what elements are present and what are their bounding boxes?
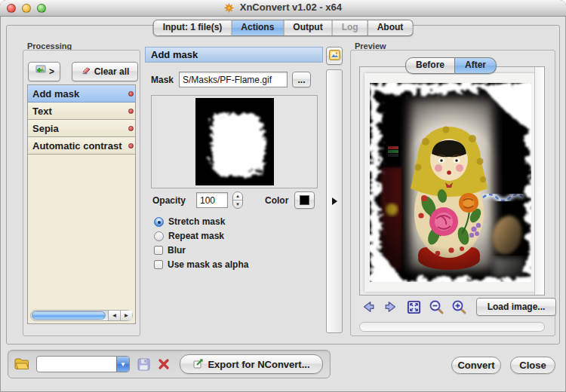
script-combobox[interactable]: ▼ [36,356,130,372]
arrow-left-icon [361,299,376,314]
mask-preview-frame [151,95,318,188]
stepper-down-button[interactable]: ▼ [233,201,242,208]
option-stretch-mask[interactable]: Stretch mask [154,216,225,228]
remove-action-icon[interactable] [128,126,134,131]
chevron-right-icon [332,198,337,205]
color-label: Color [265,195,288,206]
main-tab-bar: Input: 1 file(s) Actions Output Log Abou… [153,20,414,36]
delete-script-button[interactable] [158,358,170,370]
preview-scroll-area[interactable] [359,66,545,296]
tab-input[interactable]: Input: 1 file(s) [153,20,232,36]
preview-image-after [370,83,531,282]
before-after-tabs: Before After [405,57,497,74]
remove-action-icon[interactable] [128,143,134,149]
eraser-icon [81,66,91,78]
open-script-button[interactable] [14,358,29,370]
radio-repeat-mask[interactable] [154,231,164,241]
title-bar: XnConvert v1.02 - x64 [0,0,566,17]
next-image-button[interactable] [383,299,399,315]
load-image-button[interactable]: Load image... [476,298,556,316]
action-panel-title: Add mask [151,49,198,60]
show-image-button[interactable] [326,47,343,65]
option-label: Stretch mask [168,216,225,227]
mask-path-input[interactable] [179,72,288,87]
list-item-sepia[interactable]: Sepia [28,120,135,137]
fit-to-window-button[interactable] [405,299,422,315]
picture-icon [329,50,340,63]
color-well[interactable] [294,191,315,209]
list-horizontal-scrollbar[interactable]: ◄ ► [30,310,133,321]
checkbox-use-mask-as-alpha[interactable] [154,260,163,269]
checkbox-blur[interactable] [154,246,163,255]
processing-list: Add mask Text Sepia Automatic contrast ◄… [27,84,136,324]
add-action-button[interactable]: > [28,62,60,81]
save-icon [137,358,150,371]
zoom-out-button[interactable] [428,299,444,315]
add-action-label: > [49,66,54,77]
export-icon [192,357,205,372]
preview-image-matte [365,73,536,292]
scroll-left-button[interactable]: ◄ [108,311,120,320]
convert-label: Convert [457,360,494,371]
convert-button[interactable]: Convert [451,357,501,374]
mask-label: Mask [151,75,174,85]
scroll-right-button[interactable]: ► [120,311,132,320]
tab-output[interactable]: Output [284,20,332,36]
tab-after[interactable]: After [455,57,497,74]
arrow-right-icon [383,299,398,314]
zoom-in-button[interactable] [451,299,467,315]
script-toolbar: ▼ Export for NConvert... [8,350,331,378]
color-swatch [300,195,309,205]
list-item-text[interactable]: Text [28,103,135,120]
option-blur[interactable]: Blur [154,244,186,256]
app-window: XnConvert v1.02 - x64 Input: 1 file(s) A… [0,0,566,392]
mask-browse-button[interactable]: ... [292,72,311,87]
opacity-input[interactable] [196,192,228,208]
add-image-icon [34,65,46,78]
radio-stretch-mask[interactable] [154,217,164,227]
tab-before[interactable]: Before [405,57,455,74]
option-repeat-mask[interactable]: Repeat mask [154,230,224,242]
save-script-button[interactable] [137,358,150,371]
remove-action-icon[interactable] [128,109,134,114]
mask-thumbnail [195,98,274,185]
option-label: Use mask as alpha [168,259,248,270]
list-item-automatic-contrast[interactable]: Automatic contrast [28,137,135,155]
previous-image-button[interactable] [360,299,377,315]
app-icon [224,3,234,15]
collapse-panel-button[interactable] [326,69,343,333]
browse-label: ... [297,75,305,85]
tab-about[interactable]: About [368,20,414,36]
script-name-input[interactable] [37,357,116,372]
fit-to-window-icon [407,300,421,314]
window-title: XnConvert v1.02 - x64 [0,2,566,15]
scrollbar-thumb[interactable] [32,311,106,320]
folder-open-icon [14,358,29,370]
stepper-up-button[interactable]: ▲ [233,192,242,201]
close-button[interactable]: Close [510,357,555,374]
export-nconvert-button[interactable]: Export for NConvert... [180,354,323,374]
close-label: Close [519,360,546,371]
option-label: Blur [168,245,186,256]
clear-all-button[interactable]: Clear all [72,62,138,81]
list-item-label: Sepia [32,123,59,134]
list-item-label: Add mask [32,88,79,100]
remove-action-icon[interactable] [128,91,134,96]
action-panel-header: Add mask [145,47,323,63]
combo-dropdown-button[interactable]: ▼ [116,357,129,372]
preview-toolbar: Load image... [360,298,556,316]
clear-all-label: Clear all [94,66,130,77]
tab-log[interactable]: Log [333,20,368,36]
preview-horizontal-scrollbar[interactable] [359,322,545,332]
delete-icon [158,358,170,370]
zoom-out-icon [429,299,444,314]
window-title-text: XnConvert v1.02 - x64 [240,2,342,13]
list-item-label: Automatic contrast [32,140,122,152]
list-item-add-mask[interactable]: Add mask [28,85,135,103]
tab-actions[interactable]: Actions [232,20,284,36]
preview-vertical-scrollbar[interactable] [534,67,544,295]
option-use-mask-as-alpha[interactable]: Use mask as alpha [154,259,248,271]
export-label: Export for NConvert... [208,359,309,370]
list-item-label: Text [32,106,52,117]
opacity-label: Opacity [152,195,186,206]
